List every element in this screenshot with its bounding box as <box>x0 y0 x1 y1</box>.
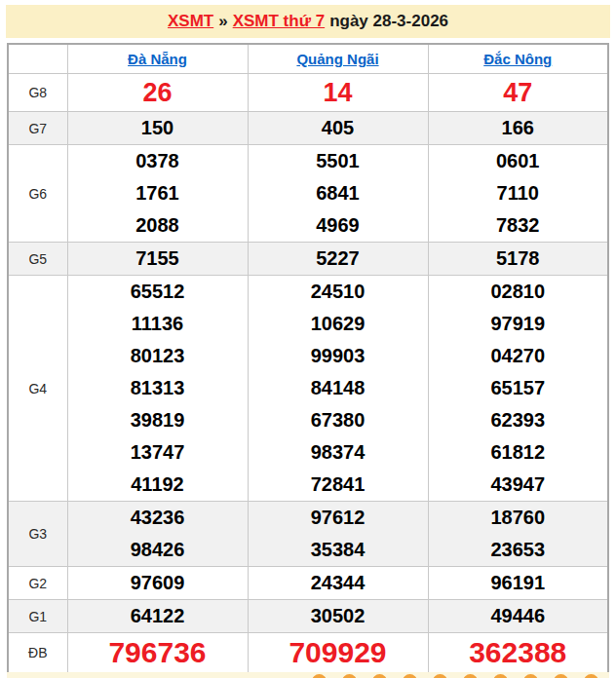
result-number: 796736 <box>68 633 248 672</box>
prize-label: G2 <box>8 567 67 600</box>
result-number: 39819 <box>68 404 248 436</box>
result-number: 49446 <box>429 600 608 632</box>
result-cell: 96191 <box>428 567 608 600</box>
lotto-ball[interactable] <box>584 674 598 678</box>
draw-date-text: ngày 28-3-2026 <box>325 12 448 31</box>
result-number: 4969 <box>249 209 428 242</box>
prize-label: G5 <box>8 243 67 276</box>
province-link-quang-ngai[interactable]: Quảng Ngãi <box>296 51 378 67</box>
prize-row-db: ĐB796736709929362388 <box>8 633 608 674</box>
result-number: 23653 <box>429 534 608 566</box>
result-number: 41192 <box>68 469 248 501</box>
result-number: 24510 <box>249 276 428 308</box>
lotto-ball[interactable] <box>554 674 568 678</box>
prize-label: G4 <box>8 276 67 502</box>
result-number: 97612 <box>249 502 428 534</box>
result-cell: 709929 <box>248 633 428 674</box>
result-number: 47 <box>429 74 608 111</box>
result-cell: 4323698426 <box>67 502 248 567</box>
result-number: 72841 <box>249 469 428 501</box>
prize-row-g3: G3432369842697612353841876023653 <box>8 502 608 567</box>
result-cell: 9761235384 <box>248 502 428 567</box>
prize-row-g4: G465512111368012381313398191374741192245… <box>8 276 608 502</box>
result-number: 43236 <box>68 502 248 534</box>
result-cell: 5227 <box>248 243 428 276</box>
province-link-dac-nong[interactable]: Đắc Nông <box>483 51 552 67</box>
result-number: 98374 <box>249 436 428 469</box>
result-number: 166 <box>429 112 608 144</box>
result-cell: 14 <box>248 74 428 112</box>
prize-row-g5: G5715552275178 <box>8 243 608 276</box>
result-cell: 5178 <box>428 243 608 276</box>
result-cell: 26 <box>67 74 248 112</box>
result-cell: 150 <box>67 112 248 145</box>
result-number: 96191 <box>429 567 608 599</box>
prize-row-g2: G2976092434496191 <box>8 567 608 600</box>
result-cell: 02810979190427065157623936181243947 <box>428 276 608 502</box>
result-number: 11136 <box>68 308 248 340</box>
prize-label: G1 <box>8 600 67 633</box>
result-cell: 7155 <box>67 243 248 276</box>
lotto-ball[interactable] <box>342 674 357 678</box>
result-number: 7110 <box>429 177 608 209</box>
result-number: 0378 <box>68 145 248 177</box>
result-number: 7832 <box>429 209 608 242</box>
result-number: 81313 <box>68 372 248 404</box>
lotto-ball[interactable] <box>372 674 387 678</box>
result-number: 405 <box>249 112 428 144</box>
lotto-ball[interactable] <box>403 674 417 678</box>
page-title: XSMT»XSMT thứ 7ngày 28-3-2026 <box>6 5 610 38</box>
result-number: 04270 <box>429 340 608 372</box>
result-cell: 166 <box>428 112 608 145</box>
result-cell: 1876023653 <box>428 502 608 567</box>
lotto-ball[interactable] <box>523 674 538 678</box>
results-table: Đà NẵngQuảng NgãiĐắc Nông G8261447G71504… <box>7 43 609 674</box>
result-cell: 24510106299990384148673809837472841 <box>248 276 428 502</box>
result-cell: 24344 <box>248 567 428 600</box>
result-number: 99903 <box>249 340 428 372</box>
prize-label: ĐB <box>8 633 67 674</box>
result-cell: 65512111368012381313398191374741192 <box>67 276 248 502</box>
lotto-ball[interactable] <box>493 674 508 678</box>
result-number: 7155 <box>68 243 248 275</box>
result-number: 13747 <box>68 436 248 469</box>
prize-row-g8: G8261447 <box>8 74 608 112</box>
result-cell: 362388 <box>428 633 608 674</box>
prize-label: G7 <box>8 112 67 145</box>
result-cell: 405 <box>248 112 428 145</box>
result-number: 02810 <box>429 276 608 308</box>
province-link-da-nang[interactable]: Đà Nẵng <box>128 51 187 67</box>
result-number: 65512 <box>68 276 248 308</box>
lotto-ball[interactable] <box>433 674 447 678</box>
draw-day-link[interactable]: XSMT thứ 7 <box>233 12 325 31</box>
prize-label: G3 <box>8 502 67 567</box>
result-number: 14 <box>249 74 428 111</box>
result-cell: 97609 <box>67 567 248 600</box>
result-number: 362388 <box>429 633 608 672</box>
result-cell: 796736 <box>67 633 248 674</box>
corner-cell <box>8 44 67 74</box>
result-number: 35384 <box>249 534 428 566</box>
footer-strip <box>7 672 609 678</box>
result-number: 30502 <box>249 600 428 632</box>
prize-row-g7: G7150405166 <box>8 112 608 145</box>
result-number: 2088 <box>68 209 248 242</box>
region-link[interactable]: XSMT <box>168 12 213 31</box>
result-cell: 64122 <box>67 600 248 633</box>
result-number: 61812 <box>429 436 608 469</box>
prize-row-g6: G6037817612088550168414969060171107832 <box>8 145 608 243</box>
result-number: 6841 <box>249 177 428 209</box>
prize-label: G6 <box>8 145 67 243</box>
result-number: 97609 <box>68 567 248 599</box>
result-number: 65157 <box>429 372 608 404</box>
result-number: 18760 <box>429 502 608 534</box>
result-cell: 49446 <box>428 600 608 633</box>
result-number: 10629 <box>249 308 428 340</box>
lottery-results-page: XSMT»XSMT thứ 7ngày 28-3-2026 Đà NẵngQuả… <box>0 0 616 678</box>
lotto-ball[interactable] <box>312 674 327 678</box>
lotto-ball[interactable] <box>463 674 478 678</box>
result-number: 62393 <box>429 404 608 436</box>
result-cell: 47 <box>428 74 608 112</box>
result-number: 709929 <box>249 633 428 672</box>
result-number: 80123 <box>68 340 248 372</box>
